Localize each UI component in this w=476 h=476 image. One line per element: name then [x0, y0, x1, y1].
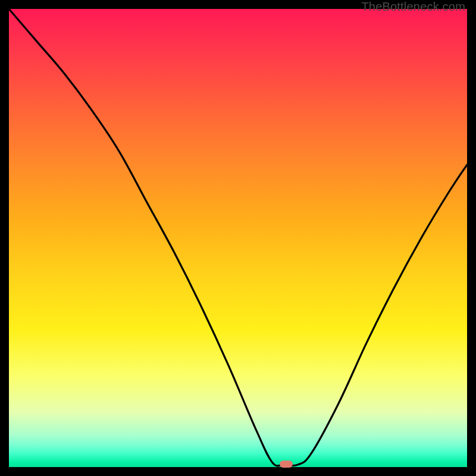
chart-frame: TheBottleneck.com	[0, 0, 476, 476]
watermark-label: TheBottleneck.com	[361, 0, 465, 14]
plot-area	[9, 9, 467, 467]
bottleneck-curve	[9, 9, 467, 467]
optimal-marker	[280, 461, 293, 468]
